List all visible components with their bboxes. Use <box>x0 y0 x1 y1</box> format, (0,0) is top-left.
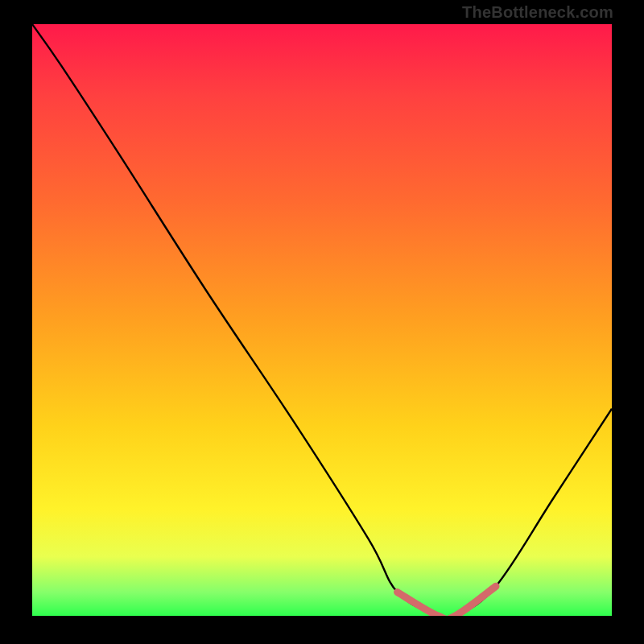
highlight-segment-path <box>398 586 496 616</box>
plot-area <box>32 24 612 616</box>
chart-svg <box>32 24 612 616</box>
chart-frame: TheBottleneck.com <box>0 0 644 644</box>
watermark-text: TheBottleneck.com <box>462 3 613 22</box>
bottleneck-curve-path <box>32 24 612 616</box>
